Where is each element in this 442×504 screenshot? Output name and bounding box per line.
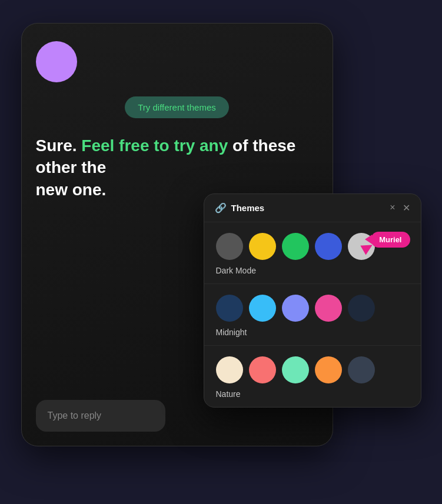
popup-header-left: 🔗 Themes [215, 202, 265, 213]
swatch-dark-4[interactable] [315, 233, 342, 260]
swatch-midnight-1[interactable] [216, 295, 243, 322]
swatch-midnight-5[interactable] [348, 295, 375, 322]
swatch-midnight-2[interactable] [249, 295, 276, 322]
muriel-tooltip: Muriel [371, 232, 410, 248]
reply-input[interactable]: Type to reply [36, 400, 165, 432]
theme-row-midnight: Midnight [204, 284, 421, 346]
swatch-nature-3[interactable] [282, 356, 309, 383]
message-highlight: Feel free to try any [81, 136, 228, 155]
theme-row-nature: Nature [204, 346, 421, 407]
swatch-midnight-4[interactable] [315, 295, 342, 322]
theme-row-dark-mode: Dark Mode ▶ Muriel [204, 222, 421, 284]
dark-mode-label: Dark Mode [216, 266, 409, 275]
swatch-nature-5[interactable] [348, 356, 375, 383]
close-x-button[interactable]: ✕ [403, 202, 410, 213]
message-part1: Sure. [36, 136, 82, 155]
popup-title: Themes [231, 203, 265, 213]
swatch-dark-3[interactable] [282, 233, 309, 260]
link-icon: 🔗 [215, 202, 227, 213]
swatch-nature-1[interactable] [216, 356, 243, 383]
nature-swatches [216, 356, 409, 383]
swatch-dark-2[interactable] [249, 233, 276, 260]
midnight-swatches [216, 295, 409, 322]
swatch-nature-2[interactable] [249, 356, 276, 383]
avatar [36, 41, 77, 82]
scene: Try different themes Sure. Feel free to … [21, 23, 421, 482]
swatch-nature-4[interactable] [315, 356, 342, 383]
swatch-dark-1[interactable] [216, 233, 243, 260]
popup-close-group: × ✕ [390, 202, 410, 213]
message-part3: new one. [36, 181, 107, 199]
midnight-label: Midnight [216, 328, 409, 337]
popup-header: 🔗 Themes × ✕ [204, 194, 421, 222]
themes-popup: 🔗 Themes × ✕ Dark Mode ▶ Muriel [204, 193, 421, 408]
try-themes-button[interactable]: Try different themes [125, 96, 229, 118]
nature-label: Nature [216, 389, 409, 399]
close-tag-button[interactable]: × [390, 202, 395, 213]
swatch-midnight-3[interactable] [282, 295, 309, 322]
